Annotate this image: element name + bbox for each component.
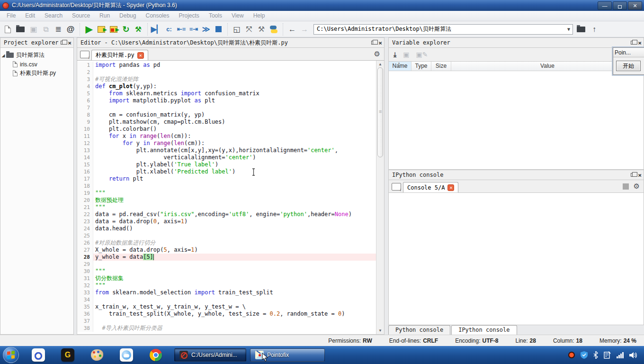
- browse-tabs-icon[interactable]: [80, 51, 89, 58]
- column-header-name[interactable]: Name: [389, 62, 411, 71]
- code-line[interactable]: 32""": [77, 282, 376, 289]
- code-line[interactable]: 2: [77, 69, 376, 76]
- stop-debug-button[interactable]: [212, 23, 224, 36]
- menu-item-debug[interactable]: Debug: [115, 11, 141, 21]
- menu-item-edit[interactable]: Edit: [20, 11, 40, 21]
- code-line[interactable]: 33from sklearn.model_selection import tr…: [77, 289, 376, 296]
- code-line[interactable]: 37: [77, 318, 376, 325]
- editor-scrollbar[interactable]: ▲ ▼: [376, 61, 384, 334]
- browse-directory-button[interactable]: [576, 23, 588, 36]
- step-over-button[interactable]: c:: [163, 23, 175, 36]
- gear-icon[interactable]: ⚙: [374, 50, 380, 58]
- code-line[interactable]: 4def cm_plot(y,yp):: [77, 83, 376, 90]
- maximize-pane-button[interactable]: ◱: [231, 23, 243, 36]
- minimize-button[interactable]: —: [598, 1, 612, 10]
- code-line[interactable]: 28y_whole = data[5]: [77, 254, 376, 261]
- close-pane-icon[interactable]: ×: [378, 40, 382, 46]
- back-button[interactable]: ←: [286, 23, 298, 36]
- menu-item-file[interactable]: File: [2, 11, 20, 21]
- open-file-button[interactable]: [15, 23, 27, 36]
- tools-button[interactable]: ⚒: [255, 23, 268, 36]
- debug-button[interactable]: ▶▏: [151, 23, 163, 36]
- code-line[interactable]: 8 cm = confusion_matrix(y, yp): [77, 111, 376, 118]
- run-cell-button[interactable]: [95, 23, 107, 36]
- code-line[interactable]: 35x_train_w, x_test_w, y_train_w, y_test…: [77, 303, 376, 310]
- notes-icon[interactable]: [604, 351, 611, 359]
- fullscreen-button[interactable]: ⤧: [243, 23, 255, 36]
- scrollbar-thumb[interactable]: [377, 67, 383, 157]
- code-line[interactable]: 24data.head(): [77, 225, 376, 232]
- code-line[interactable]: 29: [77, 261, 376, 268]
- column-header-size[interactable]: Size: [431, 62, 451, 71]
- code-line[interactable]: 26#对原始数据集进行切分: [77, 239, 376, 246]
- step-return-button[interactable]: ≡⇥: [188, 23, 200, 36]
- save-data-icon[interactable]: ▣: [403, 51, 409, 58]
- network-icon[interactable]: [617, 352, 624, 358]
- undock-icon[interactable]: [631, 41, 635, 45]
- code-line[interactable]: 38 #导入朴素贝叶斯分类器: [77, 325, 376, 332]
- code-line[interactable]: 34: [77, 296, 376, 303]
- tab-close-icon[interactable]: ✕: [137, 52, 144, 59]
- close-pane-icon[interactable]: ×: [638, 172, 642, 178]
- code-line[interactable]: 25: [77, 232, 376, 239]
- taskbar-pinned-app-1[interactable]: [24, 348, 53, 362]
- restore-button[interactable]: [613, 1, 627, 10]
- gear-icon[interactable]: ⚙: [634, 182, 640, 191]
- forward-button[interactable]: →: [298, 23, 311, 36]
- code-line[interactable]: 15 plt.ylabel('True label'): [77, 161, 376, 168]
- symbol-finder-button[interactable]: @: [64, 23, 77, 36]
- undock-icon[interactable]: [371, 41, 376, 45]
- undock-icon[interactable]: [631, 173, 635, 177]
- scroll-up-icon[interactable]: ▲: [376, 61, 384, 68]
- tab-close-icon[interactable]: ✕: [447, 184, 454, 191]
- save-data-as-icon[interactable]: ▣✎: [416, 51, 428, 58]
- chevron-down-icon[interactable]: ▼: [565, 27, 572, 32]
- undock-icon[interactable]: [61, 41, 65, 45]
- code-line[interactable]: 9 plt.matshow(cm, cmap=plt.cm.Blues): [77, 118, 376, 126]
- taskbar-pinned-app-3[interactable]: [82, 349, 112, 361]
- code-line[interactable]: 19""": [77, 190, 376, 197]
- import-data-icon[interactable]: ⤓: [394, 51, 396, 59]
- code-line[interactable]: 12 for y in range(len(cm)):: [77, 140, 376, 147]
- step-into-button[interactable]: ⇤≡: [175, 23, 188, 36]
- code-line[interactable]: 17 return plt: [77, 175, 376, 182]
- volume-icon[interactable]: [629, 352, 637, 359]
- python-logo-icon[interactable]: [268, 23, 280, 36]
- scroll-down-icon[interactable]: ▼: [376, 327, 384, 334]
- menu-item-source[interactable]: Source: [67, 11, 95, 21]
- project-root-row[interactable]: ◢ 贝叶斯算法: [0, 51, 73, 60]
- menu-item-run[interactable]: Run: [95, 11, 115, 21]
- taskbar-pinned-app-4[interactable]: [112, 348, 141, 362]
- code-line[interactable]: 21""": [77, 204, 376, 211]
- code-line[interactable]: 11 for x in range(len(cm)):: [77, 133, 376, 140]
- pointofix-start-button[interactable]: 开始: [616, 61, 641, 71]
- column-header-type[interactable]: Type: [411, 62, 431, 71]
- close-button[interactable]: ✕: [628, 1, 642, 10]
- code-line[interactable]: 30""": [77, 268, 376, 275]
- re-run-button[interactable]: ↻: [120, 23, 132, 36]
- console-output[interactable]: [388, 192, 644, 325]
- menu-item-search[interactable]: Search: [40, 11, 67, 21]
- bottom-tab-python-console[interactable]: Python console: [388, 325, 450, 335]
- code-line[interactable]: 36 train_test_split(X_whole, y_whole, te…: [77, 310, 376, 318]
- code-line[interactable]: 5 from sklearn.metrics import confusion_…: [77, 90, 376, 97]
- save-button[interactable]: ▣: [27, 23, 40, 36]
- menu-item-consoles[interactable]: Consoles: [141, 11, 174, 21]
- start-button[interactable]: [3, 347, 19, 363]
- taskbar-button-pointofix[interactable]: Pointofix: [250, 348, 325, 362]
- record-icon[interactable]: [568, 352, 575, 358]
- code-line[interactable]: 23data = data.drop(0, axis=1): [77, 218, 376, 225]
- run-cell-advance-button[interactable]: [107, 23, 120, 36]
- editor-tab[interactable]: 朴素贝叶斯.py ✕: [91, 50, 148, 60]
- project-file-row[interactable]: iris.csv: [0, 60, 73, 69]
- code-line[interactable]: 20数据预处理: [77, 197, 376, 204]
- close-pane-icon[interactable]: ×: [638, 40, 642, 46]
- stop-console-icon[interactable]: [623, 183, 629, 190]
- outline-button[interactable]: ≣: [52, 23, 64, 36]
- menu-item-tools[interactable]: Tools: [204, 11, 227, 21]
- code-line[interactable]: 27X_whole = data.drop(5, axis=1): [77, 246, 376, 254]
- code-line[interactable]: 13 plt.annotate(cm[x,y],xy=(y,x),horizon…: [77, 147, 376, 154]
- code-editor[interactable]: 1import pandas as pd23#可视化混淆矩阵4def cm_pl…: [77, 60, 385, 335]
- configure-run-button[interactable]: ⚒: [132, 23, 144, 36]
- menu-item-projects[interactable]: Projects: [174, 11, 204, 21]
